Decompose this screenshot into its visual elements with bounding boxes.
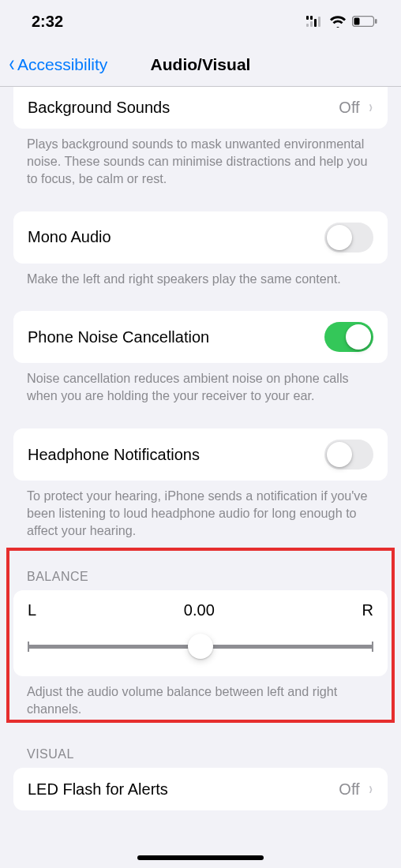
background-sounds-footer: Plays background sounds to mask unwanted…: [0, 129, 401, 188]
wifi-icon: [329, 15, 347, 28]
chevron-right-icon: ›: [369, 779, 372, 799]
background-sounds-cell[interactable]: Background Sounds Off ›: [13, 86, 388, 129]
status-time: 2:32: [32, 13, 63, 31]
headphone-notif-group: Headphone Notifications: [13, 428, 388, 481]
balance-right-label: R: [362, 601, 373, 619]
svg-rect-3: [318, 17, 320, 27]
battery-icon: [352, 16, 377, 27]
headphone-notif-footer: To protect your hearing, iPhone sends a …: [0, 481, 401, 540]
svg-rect-1: [310, 21, 313, 27]
led-flash-label: LED Flash for Alerts: [28, 780, 168, 799]
led-flash-cell[interactable]: LED Flash for Alerts Off ›: [13, 768, 388, 810]
background-sounds-value: Off: [339, 99, 359, 117]
svg-rect-0: [306, 24, 309, 27]
svg-rect-5: [310, 16, 313, 20]
headphone-notif-cell: Headphone Notifications: [13, 428, 388, 481]
content-scroll[interactable]: Background Sounds Off › Plays background…: [0, 86, 401, 858]
background-sounds-label: Background Sounds: [28, 99, 170, 117]
slider-thumb[interactable]: [188, 634, 213, 659]
chevron-right-icon: ›: [369, 97, 372, 118]
mono-audio-label: Mono Audio: [28, 228, 111, 246]
back-button[interactable]: ‹ Accessibility: [8, 54, 107, 75]
back-label: Accessibility: [17, 55, 107, 74]
home-indicator[interactable]: [137, 855, 264, 860]
visual-header: VISUAL: [0, 747, 401, 768]
svg-rect-7: [354, 18, 360, 25]
balance-cell: L 0.00 R: [13, 590, 388, 676]
mono-audio-toggle[interactable]: [324, 223, 373, 253]
noise-cancel-toggle[interactable]: [324, 322, 373, 352]
mono-audio-footer: Make the left and right speakers play th…: [0, 264, 401, 288]
svg-rect-8: [375, 19, 377, 24]
balance-value: 0.00: [184, 601, 215, 619]
mono-audio-cell: Mono Audio: [13, 211, 388, 264]
nav-bar: ‹ Accessibility Audio/Visual: [0, 43, 401, 86]
noise-cancel-label: Phone Noise Cancellation: [28, 328, 209, 346]
led-flash-value: Off: [339, 780, 359, 799]
status-bar: 2:32: [0, 0, 401, 43]
nav-separator: [0, 86, 401, 87]
visual-group: LED Flash for Alerts Off ›: [13, 768, 388, 810]
svg-rect-4: [306, 16, 309, 20]
status-right: [306, 15, 377, 28]
slider-tick-right: [372, 642, 373, 652]
noise-cancel-group: Phone Noise Cancellation: [13, 311, 388, 363]
balance-footer: Adjust the audio volume balance between …: [0, 676, 401, 718]
background-sounds-group: Background Sounds Off ›: [13, 86, 388, 129]
mono-audio-group: Mono Audio: [13, 211, 388, 264]
noise-cancel-cell: Phone Noise Cancellation: [13, 311, 388, 363]
svg-rect-2: [314, 19, 317, 27]
balance-left-label: L: [28, 601, 36, 619]
cellular-icon: [306, 16, 324, 27]
headphone-notif-toggle[interactable]: [324, 440, 373, 470]
headphone-notif-label: Headphone Notifications: [28, 446, 200, 464]
chevron-left-icon: ‹: [9, 51, 15, 75]
balance-slider[interactable]: [28, 634, 373, 659]
balance-group: L 0.00 R: [13, 590, 388, 676]
noise-cancel-footer: Noise cancellation reduces ambient noise…: [0, 363, 401, 405]
balance-header: BALANCE: [0, 570, 401, 590]
